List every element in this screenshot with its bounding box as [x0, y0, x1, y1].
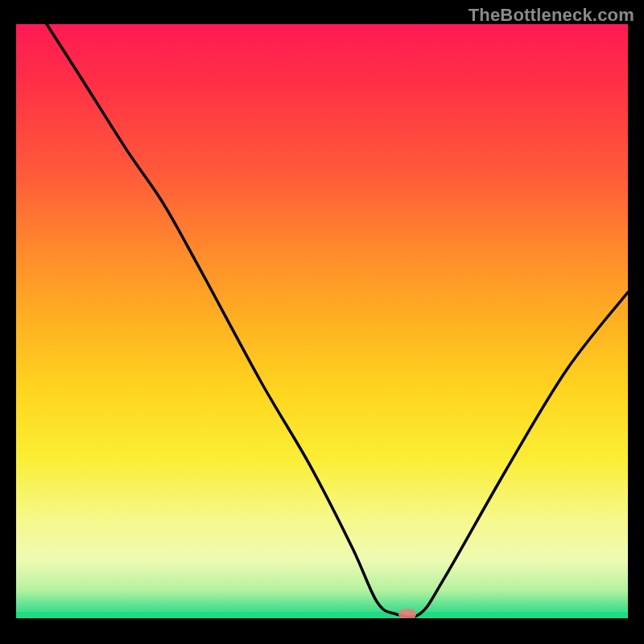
x-axis: [16, 618, 628, 620]
chart-frame: TheBottleneck.com: [0, 0, 644, 644]
plot-area: [16, 24, 628, 620]
watermark-label: TheBottleneck.com: [469, 5, 634, 26]
bottleneck-curve: [16, 24, 628, 620]
